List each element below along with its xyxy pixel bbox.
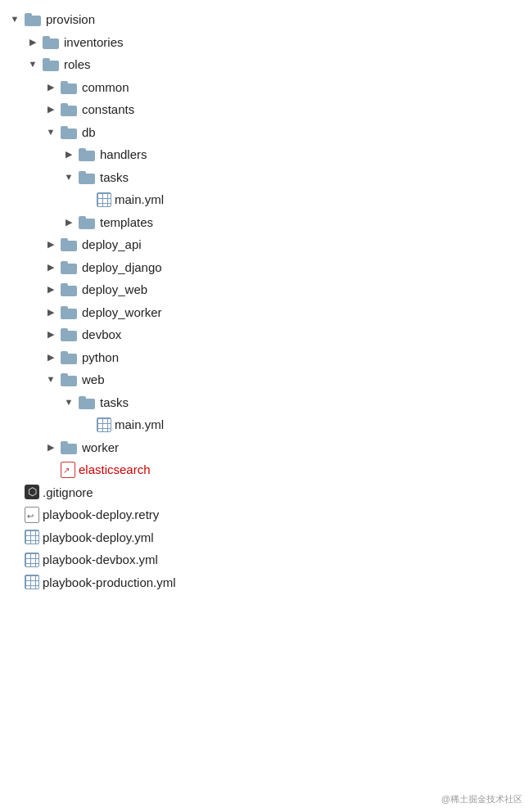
tree-item-main-yml-2[interactable]: main.yml — [8, 413, 521, 436]
tree-item-deploy_worker[interactable]: deploy_worker — [8, 301, 521, 324]
label-tasks: tasks — [100, 167, 129, 188]
label-deploy_worker: deploy_worker — [82, 302, 162, 323]
tree-item-devbox[interactable]: devbox — [8, 323, 521, 346]
yaml-grid-icon — [25, 553, 39, 567]
arrow-python[interactable] — [44, 350, 57, 365]
tree-item-playbook-production-yml[interactable]: playbook-production.yml — [8, 571, 521, 594]
label-provision: provision — [46, 9, 95, 30]
folder-icon — [25, 12, 43, 26]
tree-item-web-tasks[interactable]: tasks — [8, 391, 521, 414]
arrow-deploy_web[interactable] — [44, 282, 57, 297]
label-deploy_api: deploy_api — [82, 234, 142, 255]
arrow-roles[interactable] — [26, 56, 39, 72]
tree-item-db[interactable]: db — [8, 121, 521, 144]
label-common: common — [82, 77, 129, 98]
arrow-constants[interactable] — [44, 102, 57, 117]
folder-icon — [61, 80, 79, 94]
tree-item-deploy_web[interactable]: deploy_web — [8, 278, 521, 301]
label-deploy_web: deploy_web — [82, 279, 147, 300]
folder-icon — [43, 57, 61, 71]
label-playbook-deploy-yml: playbook-deploy.yml — [43, 527, 154, 548]
arrow-provision[interactable] — [8, 11, 21, 27]
label-python: python — [82, 347, 119, 368]
label-deploy_django: deploy_django — [82, 257, 162, 278]
label-playbook-production-yml: playbook-production.yml — [43, 572, 176, 593]
label-worker: worker — [82, 437, 119, 458]
tree-item-main-yml-1[interactable]: main.yml — [8, 188, 521, 211]
label-constants: constants — [82, 99, 134, 120]
folder-icon — [61, 102, 79, 116]
arrow-devbox[interactable] — [44, 327, 57, 342]
label-roles: roles — [64, 54, 91, 75]
yaml-grid-icon — [97, 417, 111, 432]
tree-item-tasks[interactable]: tasks — [8, 166, 521, 189]
tree-item-constants[interactable]: constants — [8, 98, 521, 121]
tree-item-deploy_api[interactable]: deploy_api — [8, 233, 521, 256]
tree-item-handlers[interactable]: handlers — [8, 143, 521, 166]
tree-item-gitignore[interactable]: .gitignore — [8, 481, 521, 504]
tree-item-provision[interactable]: provision — [8, 8, 521, 31]
tree-item-playbook-deploy-yml[interactable]: playbook-deploy.yml — [8, 526, 521, 549]
tree-item-deploy_django[interactable]: deploy_django — [8, 256, 521, 279]
folder-icon — [61, 125, 79, 139]
tree-item-playbook-devbox-yml[interactable]: playbook-devbox.yml — [8, 548, 521, 571]
arrow-inventories[interactable] — [26, 34, 39, 50]
folder-icon — [61, 440, 79, 454]
folder-icon — [79, 395, 97, 409]
folder-icon — [61, 305, 79, 319]
folder-icon — [61, 350, 79, 364]
arrow-handlers[interactable] — [62, 147, 75, 162]
label-web: web — [82, 369, 105, 390]
folder-icon — [43, 35, 61, 49]
folder-icon — [79, 170, 97, 184]
folder-icon — [61, 260, 79, 274]
tree-item-python[interactable]: python — [8, 346, 521, 369]
label-db: db — [82, 122, 96, 143]
arrow-templates[interactable] — [62, 214, 75, 230]
es-file-icon — [61, 462, 75, 478]
label-templates: templates — [100, 212, 153, 233]
folder-icon — [61, 327, 79, 341]
label-gitignore: .gitignore — [43, 482, 93, 503]
folder-icon — [61, 372, 79, 386]
label-main-yml-2: main.yml — [115, 414, 164, 435]
arrow-tasks[interactable] — [62, 169, 75, 185]
folder-icon — [61, 237, 79, 251]
label-web-tasks: tasks — [100, 392, 129, 413]
tree-item-roles[interactable]: roles — [8, 53, 521, 76]
arrow-worker[interactable] — [44, 440, 57, 455]
arrow-web-tasks[interactable] — [62, 395, 75, 410]
tree-item-templates[interactable]: templates — [8, 211, 521, 234]
tree-item-common[interactable]: common — [8, 76, 521, 99]
arrow-deploy_api[interactable] — [44, 237, 57, 252]
file-tree: provisioninventoriesrolescommonconstants… — [8, 8, 521, 593]
arrow-common[interactable] — [44, 79, 57, 95]
label-devbox: devbox — [82, 324, 121, 345]
git-icon — [25, 485, 39, 499]
label-main-yml-1: main.yml — [115, 189, 164, 210]
arrow-deploy_worker[interactable] — [44, 304, 57, 320]
label-handlers: handlers — [100, 144, 147, 165]
label-playbook-devbox-yml: playbook-devbox.yml — [43, 549, 158, 571]
label-elasticsearch: elasticsearch — [79, 459, 151, 480]
folder-icon — [79, 215, 97, 229]
yaml-grid-icon — [97, 192, 111, 207]
arrow-web[interactable] — [44, 372, 57, 387]
tree-item-worker[interactable]: worker — [8, 436, 521, 459]
yaml-grid-icon — [25, 575, 39, 589]
arrow-deploy_django[interactable] — [44, 259, 57, 275]
folder-icon — [79, 147, 97, 161]
folder-icon — [61, 282, 79, 296]
tree-item-elasticsearch[interactable]: elasticsearch — [8, 458, 521, 481]
yaml-grid-icon — [25, 530, 39, 544]
label-playbook-deploy-retry: playbook-deploy.retry — [43, 504, 159, 526]
tree-item-playbook-deploy-retry[interactable]: playbook-deploy.retry — [8, 503, 521, 526]
tree-item-web[interactable]: web — [8, 368, 521, 391]
label-inventories: inventories — [64, 32, 124, 53]
retry-icon — [25, 507, 39, 523]
tree-item-inventories[interactable]: inventories — [8, 31, 521, 54]
arrow-db[interactable] — [44, 124, 57, 140]
